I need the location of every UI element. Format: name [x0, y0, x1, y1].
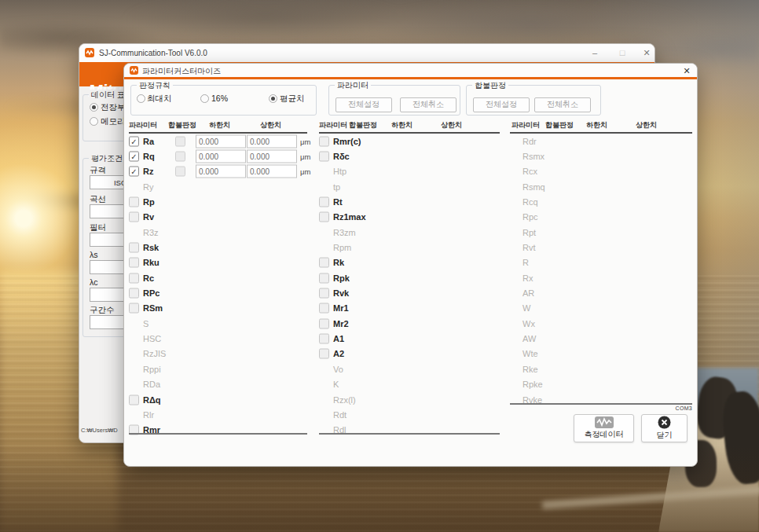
gonogo-group: 합불판정 전체설정 전체취소: [466, 85, 601, 116]
parameter-row-Rlr: Rlr: [129, 407, 307, 422]
parameter-row-RDa: RDa: [129, 377, 307, 392]
list-bottom-divider: [319, 433, 500, 435]
param-set-all-button[interactable]: 전체설정: [336, 97, 392, 112]
judge-set-all-button[interactable]: 전체설정: [473, 97, 530, 112]
dialog-close-button[interactable]: ✕: [680, 66, 693, 76]
window-title: SJ-Communication-Tool V6.0.0: [99, 49, 207, 57]
parameter-checkbox[interactable]: [319, 303, 329, 314]
parameter-checkbox[interactable]: [319, 197, 329, 207]
parameter-label: Mr2: [333, 319, 349, 328]
measure-data-button[interactable]: 측정데이터: [574, 414, 634, 442]
parameter-checkbox[interactable]: [129, 288, 139, 299]
parameter-checkbox[interactable]: [319, 318, 329, 328]
parameter-label: HSC: [143, 334, 161, 343]
parameter-row-A2: A2: [319, 347, 500, 361]
parameter-label: Rpke: [522, 380, 543, 389]
parameter-row-Rcx: Rcx: [510, 164, 692, 179]
radio-label: 전장부: [101, 102, 126, 113]
radio-16pct[interactable]: [200, 94, 209, 103]
parameter-checkbox[interactable]: [129, 303, 139, 314]
parameter-label: Ra: [143, 137, 154, 146]
parameter-checkbox[interactable]: [129, 197, 139, 207]
parameter-row-RSm: RSm: [129, 301, 307, 316]
parameter-checkbox[interactable]: [319, 349, 329, 359]
parameter-checkbox[interactable]: [129, 243, 139, 253]
parameter-label: Rt: [333, 197, 343, 207]
parameter-checkbox[interactable]: [319, 334, 329, 344]
parameter-row-Ry: Ry: [129, 179, 307, 194]
judge-checkbox[interactable]: [175, 136, 185, 146]
radio-max[interactable]: [137, 94, 145, 103]
upper-limit-input[interactable]: [247, 150, 297, 163]
parameter-label: S: [143, 319, 148, 328]
accent-line: [124, 77, 697, 79]
header-upper-limit: 상한치: [636, 120, 657, 130]
parameter-row-Rp: Rp: [129, 194, 307, 209]
lower-limit-input[interactable]: [196, 134, 246, 148]
parameter-checkbox[interactable]: [319, 273, 329, 283]
radio-average[interactable]: [269, 94, 277, 103]
parameter-checkbox[interactable]: [129, 258, 139, 268]
parameter-row-Rδc: Rδc: [319, 149, 500, 163]
parameter-checkbox[interactable]: [129, 394, 139, 405]
parameter-row-RPc: RPc: [129, 285, 307, 300]
radio-memory[interactable]: [90, 117, 98, 126]
parameter-checkbox[interactable]: [129, 273, 139, 283]
parameter-checkbox[interactable]: [129, 212, 139, 222]
parameter-row-AW: AW: [510, 331, 692, 346]
parameter-label: RDa: [143, 380, 160, 389]
parameter-row-Rdl: Rdl: [319, 423, 500, 438]
maximize-button[interactable]: □: [616, 48, 629, 57]
parameter-row-Rz: ✓Rzμm: [129, 164, 307, 179]
upper-limit-input[interactable]: [247, 165, 297, 178]
close-dialog-button[interactable]: 닫기: [641, 414, 688, 442]
lower-limit-input[interactable]: [196, 150, 246, 163]
parameter-row-Htp: Htp: [319, 164, 500, 179]
group-label: 평가조건: [89, 153, 125, 164]
parameter-checkbox[interactable]: [319, 288, 329, 299]
parameter-row-Ra: ✓Raμm: [129, 134, 307, 149]
parameter-label: Wte: [522, 349, 538, 358]
parameter-label: R3z: [143, 228, 159, 237]
lower-limit-input[interactable]: [196, 165, 246, 178]
group-label: 합불판정: [472, 80, 508, 91]
parameter-row-Rppi: Rppi: [129, 361, 307, 376]
group-label: 파라미터: [335, 80, 371, 91]
app-icon: [130, 66, 138, 75]
parameter-label: RzJIS: [143, 349, 166, 358]
param-clear-all-button[interactable]: 전체취소: [400, 97, 456, 112]
parameter-checkbox[interactable]: ✓: [129, 152, 139, 162]
parameter-column-3: RdrRsmxRcxRsmqRcqRpcRptRvtRRxARWWxAWWteR…: [510, 134, 692, 407]
parameter-row-Rt: Rt: [319, 194, 500, 209]
parameter-label: Rvt: [522, 243, 536, 252]
parameter-row-Rpk: Rpk: [319, 270, 500, 285]
radio-full-range[interactable]: [90, 103, 98, 112]
parameter-label: Rpk: [333, 273, 350, 283]
parameter-row-Rz1max: Rz1max: [319, 210, 500, 225]
parameter-checkbox[interactable]: [319, 258, 329, 268]
parameter-checkbox[interactable]: [319, 136, 329, 146]
parameter-row-Rpc: Rpc: [510, 210, 692, 225]
parameter-checkbox[interactable]: [319, 152, 329, 162]
parameter-checkbox[interactable]: ✓: [129, 167, 139, 177]
parameter-row-R: R: [510, 255, 692, 270]
parameter-row-Rpt: Rpt: [510, 225, 692, 240]
upper-limit-input[interactable]: [247, 134, 297, 148]
judge-checkbox[interactable]: [175, 167, 185, 177]
parameter-label: Rlr: [143, 410, 154, 420]
parameter-checkbox[interactable]: ✓: [129, 136, 139, 146]
minimize-button[interactable]: –: [588, 48, 601, 57]
parameter-checkbox[interactable]: [319, 212, 329, 222]
parameter-row-Rvk: Rvk: [319, 285, 500, 300]
parameter-label: AW: [522, 334, 536, 343]
list-bottom-divider: [510, 403, 692, 405]
waveform-icon: [595, 416, 614, 428]
parameter-row-Rdt: Rdt: [319, 407, 500, 422]
close-button[interactable]: ✕: [640, 48, 653, 58]
dialog-titlebar[interactable]: 파라미터커스터마이즈 ✕: [124, 64, 697, 77]
main-titlebar[interactable]: SJ-Communication-Tool V6.0.0 – □ ✕: [79, 44, 654, 62]
parameter-column-2: Rmr(c)RδcHtptpRtRz1maxR3zmRpmRkRpkRvkMr1…: [319, 134, 500, 438]
judge-checkbox[interactable]: [175, 152, 185, 162]
parameter-row-Rv: Rv: [129, 210, 307, 225]
judge-clear-all-button[interactable]: 전체취소: [534, 97, 591, 112]
